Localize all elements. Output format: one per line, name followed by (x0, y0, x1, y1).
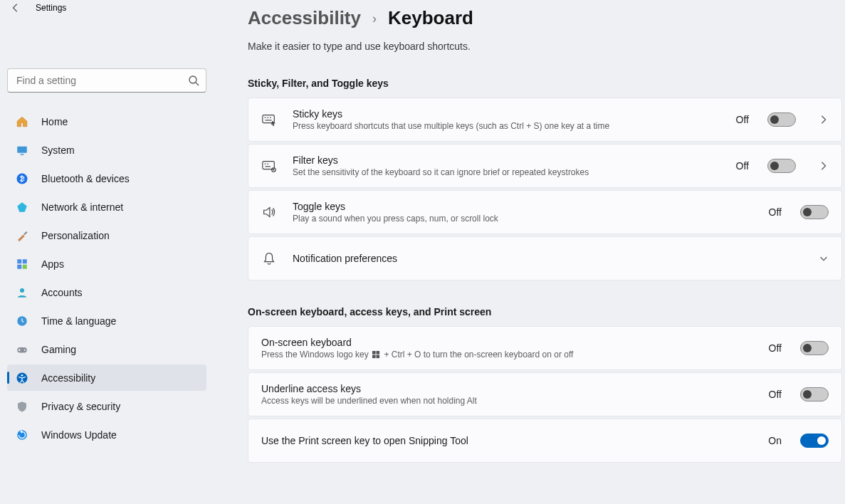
svg-rect-7 (17, 264, 21, 268)
sidebar-item-label: Bluetooth & devices (41, 173, 130, 184)
setting-title: Sticky keys (293, 108, 720, 120)
main-content: Accessibility › Keyboard Make it easier … (214, 0, 845, 504)
sidebar-item-apps[interactable]: Apps (7, 251, 206, 277)
setting-description: Press keyboard shortcuts that use multip… (293, 121, 720, 131)
section-heading: Sticky, Filter, and Toggle keys (248, 78, 845, 89)
sidebar-item-label: Privacy & security (41, 401, 120, 412)
toggle-state-label: Off (736, 160, 749, 172)
sound-icon (261, 204, 277, 220)
setting-row: Toggle keysPlay a sound when you press c… (248, 190, 842, 234)
page-title: Keyboard (388, 7, 473, 29)
sidebar-item-bluetooth[interactable]: Bluetooth & devices (7, 165, 206, 191)
svg-rect-8 (23, 264, 27, 268)
sidebar: Settings HomeSystemBluetooth & devicesNe… (0, 0, 214, 504)
search-box[interactable] (7, 68, 206, 93)
setting-description: Set the sensitivity of the keyboard so i… (293, 167, 720, 177)
setting-row[interactable]: Sticky keysPress keyboard shortcuts that… (248, 98, 842, 142)
nav-list: HomeSystemBluetooth & devicesNetwork & i… (0, 108, 214, 448)
chevron-down-icon[interactable] (819, 253, 829, 263)
network-icon (16, 201, 28, 214)
back-button[interactable] (9, 1, 23, 15)
sidebar-item-label: Network & internet (41, 201, 123, 213)
svg-line-1 (196, 83, 199, 85)
toggle-state-label: Off (769, 206, 782, 218)
toggle-state-label: Off (736, 114, 749, 125)
sidebar-item-network[interactable]: Network & internet (7, 194, 206, 220)
toggle-switch[interactable] (800, 387, 829, 401)
toggle-switch[interactable] (800, 434, 829, 448)
svg-rect-30 (377, 355, 380, 359)
search-input[interactable] (7, 68, 206, 93)
section-heading: On-screen keyboard, access keys, and Pri… (248, 306, 845, 317)
setting-row[interactable]: Notification preferences (248, 236, 842, 280)
sidebar-item-label: Gaming (41, 344, 76, 355)
sidebar-item-privacy[interactable]: Privacy & security (7, 393, 206, 419)
accessibility-icon (16, 372, 28, 384)
toggle-state-label: Off (769, 389, 782, 400)
home-icon (16, 115, 28, 128)
setting-row[interactable]: Filter keysSet the sensitivity of the ke… (248, 144, 842, 188)
chevron-right-icon (819, 161, 829, 171)
sidebar-item-accounts[interactable]: Accounts (7, 279, 206, 305)
breadcrumb: Accessibility › Keyboard (248, 7, 845, 29)
bell-icon (261, 251, 277, 266)
sidebar-item-label: Accessibility (41, 372, 95, 384)
svg-rect-3 (21, 154, 24, 155)
sidebar-item-accessibility[interactable]: Accessibility (7, 364, 206, 391)
system-icon (16, 144, 28, 157)
sidebar-item-label: System (41, 145, 75, 156)
topbar: Settings (0, 0, 214, 20)
sidebar-item-label: Apps (41, 258, 64, 270)
toggle-switch[interactable] (800, 205, 829, 219)
privacy-icon (16, 400, 28, 413)
svg-rect-27 (372, 351, 376, 355)
toggle-state-label: Off (769, 342, 782, 354)
toggle-switch[interactable] (767, 159, 796, 173)
update-icon (16, 429, 28, 441)
sidebar-item-personalization[interactable]: Personalization (7, 222, 206, 248)
svg-rect-6 (23, 259, 27, 263)
svg-rect-29 (372, 355, 376, 359)
setting-title: Toggle keys (293, 201, 753, 212)
brush-icon (16, 229, 28, 242)
sidebar-item-label: Personalization (41, 230, 110, 241)
setting-description: Press the Windows logo key + Ctrl + O to… (261, 350, 753, 359)
keyboard-gear-icon (261, 158, 277, 174)
sidebar-item-label: Time & language (41, 315, 116, 327)
setting-title: Use the Print screen key to open Snippin… (261, 435, 752, 446)
account-icon (16, 286, 28, 299)
svg-point-26 (273, 169, 275, 171)
bluetooth-icon (16, 172, 28, 185)
toggle-state-label: On (768, 435, 782, 446)
toggle-switch[interactable] (800, 341, 829, 355)
sidebar-item-system[interactable]: System (7, 137, 206, 163)
chevron-right-icon: › (372, 11, 377, 26)
sidebar-item-gaming[interactable]: Gaming (7, 336, 206, 362)
sidebar-item-label: Windows Update (41, 429, 117, 441)
setting-title: Underline access keys (261, 383, 753, 394)
time-icon (16, 315, 28, 327)
svg-point-12 (24, 349, 26, 350)
sidebar-item-time[interactable]: Time & language (7, 308, 206, 334)
svg-point-0 (189, 76, 196, 83)
setting-title: On-screen keyboard (261, 337, 753, 348)
toggle-switch[interactable] (767, 112, 796, 127)
keyboard-cursor-icon (261, 112, 277, 127)
sidebar-item-home[interactable]: Home (7, 108, 206, 135)
sidebar-item-update[interactable]: Windows Update (7, 421, 206, 448)
setting-row: Underline access keysAccess keys will be… (248, 372, 842, 416)
breadcrumb-parent[interactable]: Accessibility (248, 7, 361, 29)
app-title: Settings (36, 3, 66, 13)
setting-title: Notification preferences (293, 253, 796, 264)
svg-rect-5 (17, 259, 21, 263)
sidebar-item-label: Home (41, 116, 68, 127)
chevron-right-icon (819, 115, 829, 125)
setting-row: Use the Print screen key to open Snippin… (248, 419, 842, 463)
svg-rect-2 (17, 146, 27, 152)
search-icon (188, 75, 199, 86)
setting-description: Play a sound when you press caps, num, o… (293, 214, 753, 224)
apps-icon (16, 258, 28, 271)
page-subtitle: Make it easier to type and use keyboard … (248, 41, 845, 52)
svg-point-14 (21, 374, 23, 376)
sidebar-item-label: Accounts (41, 287, 83, 298)
